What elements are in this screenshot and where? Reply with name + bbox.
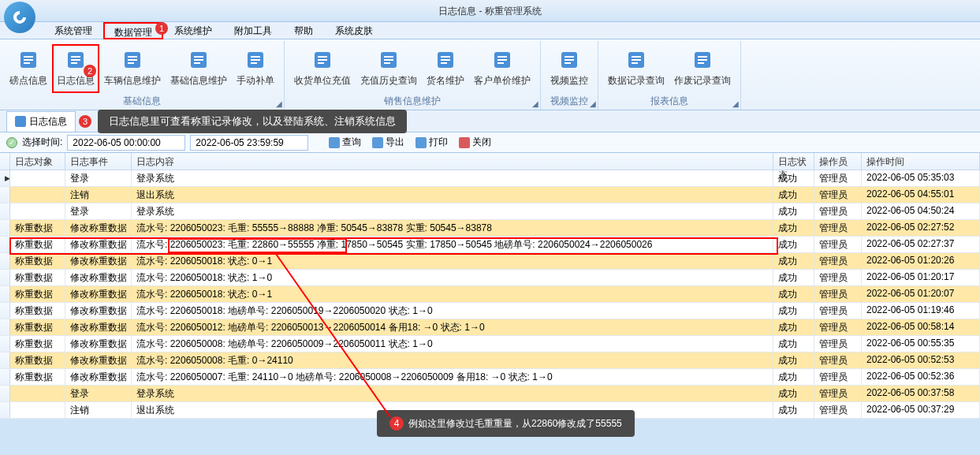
cell: 流水号: 2206050008: 毛重: 0→24110 <box>132 352 773 368</box>
table-row[interactable]: 称重数据修改称重数据流水号: 2206050012: 地磅单号: 2206050… <box>0 319 980 336</box>
expand-icon[interactable]: ◢ <box>732 99 739 108</box>
svg-rect-15 <box>194 62 200 64</box>
svg-rect-34 <box>497 59 507 61</box>
ribbon-btn-车辆信息维护[interactable]: 车辆信息维护 <box>99 44 166 93</box>
expand-icon[interactable]: ◢ <box>590 99 596 108</box>
ribbon-btn-货名维护[interactable]: 货名维护 <box>422 44 469 93</box>
cell: 2022-06-05 00:58:14 <box>862 319 980 335</box>
col-operator[interactable]: 操作员 <box>814 153 862 170</box>
table-row[interactable]: 称重数据修改称重数据流水号: 2206050018: 状态: 1→0成功管理员2… <box>0 270 980 286</box>
cell: 2022-06-05 01:20:07 <box>862 286 980 302</box>
menu-4[interactable]: 帮助 <box>283 22 324 39</box>
table-row[interactable]: 登录登录系统成功管理员2022-06-05 04:50:24 <box>0 203 980 220</box>
cell: 成功 <box>773 286 814 302</box>
table-row[interactable]: 称重数据修改称重数据流水号: 2206050007: 毛重: 24110→0 地… <box>0 369 980 386</box>
cell: 修改称重数据 <box>65 270 132 285</box>
cell: 成功 <box>773 386 814 401</box>
col-content[interactable]: 日志内容 <box>132 153 773 170</box>
cell: 登录系统 <box>132 386 773 401</box>
ribbon-btn-收货单位充值[interactable]: 收货单位充值 <box>289 44 356 93</box>
check-icon[interactable]: ✓ <box>6 137 17 148</box>
cell: 登录 <box>65 386 132 401</box>
menu-3[interactable]: 附加工具 <box>223 22 283 39</box>
expand-icon[interactable]: ◢ <box>532 99 538 108</box>
cell: 修改称重数据 <box>65 286 132 302</box>
col-time[interactable]: 操作时间 <box>862 153 980 170</box>
table-row[interactable]: 称重数据修改称重数据流水号: 2206050018: 状态: 0→1成功管理员2… <box>0 253 980 270</box>
badge-1: 1 <box>155 22 168 35</box>
print-button[interactable]: 打印 <box>412 134 451 151</box>
ribbon-btn-磅点信息[interactable]: 磅点信息 <box>5 44 52 93</box>
cell: 修改称重数据 <box>65 303 132 319</box>
cell: 管理员 <box>814 386 862 401</box>
cell: 2022-06-05 04:50:24 <box>862 203 980 219</box>
row-indicator-col <box>0 153 10 170</box>
ribbon-btn-手动补单[interactable]: 手动补单 <box>232 44 279 93</box>
menu-0[interactable]: 系统管理 <box>43 22 103 39</box>
cell: 登录系统 <box>132 170 773 186</box>
table-row[interactable]: 注销退出系统成功管理员2022-06-05 04:55:01 <box>0 187 980 203</box>
ribbon-btn-作废记录查询[interactable]: 作废记录查询 <box>669 44 736 93</box>
cell: 修改称重数据 <box>65 319 132 335</box>
query-button[interactable]: 查询 <box>326 134 364 151</box>
ribbon-btn-日志信息[interactable]: 日志信息2 <box>52 44 99 93</box>
cell: 管理员 <box>814 187 862 203</box>
table-row[interactable]: 称重数据修改称重数据流水号: 2206050018: 状态: 0→1成功管理员2… <box>0 286 980 303</box>
expand-icon[interactable]: ◢ <box>276 99 282 108</box>
svg-rect-30 <box>441 59 450 61</box>
cell: 流水号: 2206050012: 地磅单号: 2206050013→220605… <box>132 319 773 335</box>
cell: 成功 <box>773 270 814 285</box>
cell: 流水号: 2206050023: 毛重: 22860→55555 净重: 178… <box>132 237 773 252</box>
table-row[interactable]: 登录登录系统成功管理员2022-06-05 00:37:58 <box>0 386 980 402</box>
cell: 流水号: 2206050007: 毛重: 24110→0 地磅单号: 22060… <box>132 369 773 385</box>
cell: 2022-06-05 02:27:37 <box>862 237 980 252</box>
ribbon-btn-数据记录查询[interactable]: 数据记录查询 <box>603 44 669 93</box>
date-from-input[interactable] <box>67 135 185 151</box>
table-row[interactable]: ▶登录登录系统成功管理员2022-06-05 05:35:03 <box>0 170 980 187</box>
cell: 2022-06-05 00:55:35 <box>862 336 980 352</box>
export-button[interactable]: 导出 <box>369 134 408 151</box>
cell: 管理员 <box>814 319 862 335</box>
tab-log-info[interactable]: 日志信息 <box>6 111 76 132</box>
ribbon-btn-客户单价维护[interactable]: 客户单价维护 <box>469 44 535 93</box>
cell: 成功 <box>773 369 814 385</box>
cell: 修改称重数据 <box>65 369 132 385</box>
col-event[interactable]: 日志事件 <box>65 153 132 170</box>
cell: 修改称重数据 <box>65 352 132 368</box>
close-button[interactable]: 关闭 <box>456 134 494 151</box>
menu-bar: 系统管理数据管理1系统维护附加工具帮助系统皮肤 <box>0 22 980 39</box>
ribbon-btn-基础信息维护[interactable]: 基础信息维护 <box>166 44 232 93</box>
row-indicator <box>0 220 10 236</box>
ribbon-label: 磅点信息 <box>9 74 47 88</box>
cell: 2022-06-05 04:55:01 <box>862 187 980 203</box>
cell: 称重数据 <box>10 319 65 335</box>
menu-2[interactable]: 系统维护 <box>163 22 223 39</box>
menu-1[interactable]: 数据管理1 <box>103 22 163 39</box>
badge-3: 3 <box>79 115 91 128</box>
ribbon-btn-充值历史查询[interactable]: 充值历史查询 <box>356 44 422 93</box>
table-row[interactable]: 称重数据修改称重数据流水号: 2206050023: 毛重: 22860→555… <box>0 237 980 253</box>
tooltip-3: 日志信息里可查看称重记录修改，以及登陆系统、注销系统信息 <box>98 110 407 133</box>
col-object[interactable]: 日志对象 <box>10 153 65 170</box>
cell <box>10 170 65 186</box>
cell: 成功 <box>773 336 814 352</box>
ribbon-btn-视频监控[interactable]: 视频监控 <box>546 44 593 93</box>
ribbon-label: 作废记录查询 <box>674 74 731 88</box>
svg-rect-13 <box>194 56 203 58</box>
table-row[interactable]: 称重数据修改称重数据流水号: 2206050018: 地磅单号: 2206050… <box>0 303 980 319</box>
col-status[interactable]: 日志状态 <box>773 153 814 170</box>
doc-icon <box>15 116 26 127</box>
table-row[interactable]: 称重数据修改称重数据流水号: 2206050023: 毛重: 55555→888… <box>0 220 980 237</box>
row-indicator <box>0 369 10 385</box>
menu-5[interactable]: 系统皮肤 <box>324 22 384 39</box>
svg-rect-6 <box>71 59 80 61</box>
time-label: 选择时间: <box>22 136 62 149</box>
date-to-input[interactable] <box>190 135 308 151</box>
ribbon-group-label: 销售信息维护 <box>289 93 535 110</box>
table-row[interactable]: 称重数据修改称重数据流水号: 2206050008: 地磅单号: 2206050… <box>0 336 980 352</box>
ribbon-icon <box>490 47 515 73</box>
cell: 称重数据 <box>10 303 65 319</box>
svg-rect-25 <box>384 56 393 58</box>
svg-rect-39 <box>565 62 571 64</box>
table-row[interactable]: 称重数据修改称重数据流水号: 2206050008: 毛重: 0→24110成功… <box>0 352 980 369</box>
